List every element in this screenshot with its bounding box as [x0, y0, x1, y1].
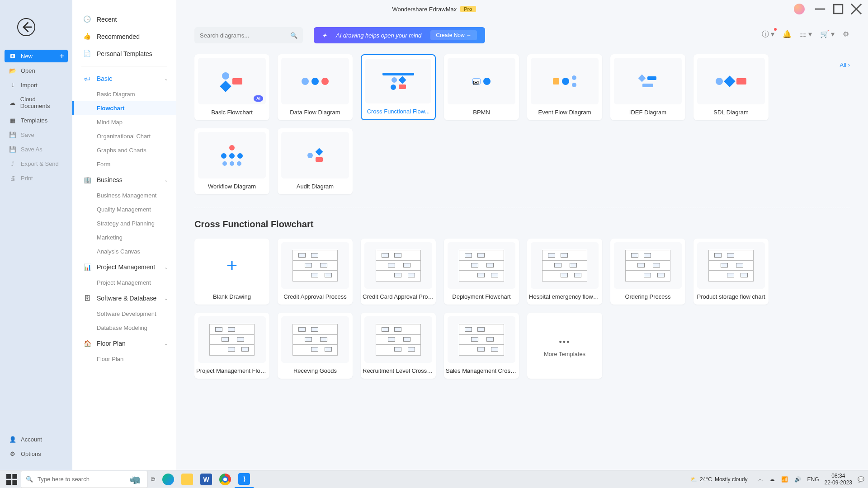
sidebar-item-cloud[interactable]: ☁ Cloud Documents: [0, 92, 72, 113]
sidebar-item-saveas[interactable]: 💾 Save As: [0, 142, 72, 156]
template-card[interactable]: Hospital emergency flow c...: [527, 239, 602, 305]
tray-wifi-icon[interactable]: 📶: [780, 475, 789, 483]
task-view-button[interactable]: ⧉: [147, 471, 159, 488]
search-icon[interactable]: 🔍: [290, 32, 297, 39]
taskbar-search[interactable]: 🔍 🦏: [21, 471, 147, 488]
sub-form[interactable]: Form: [72, 157, 176, 171]
template-card[interactable]: Receving Goods: [278, 313, 353, 379]
nav-personal[interactable]: 📄Personal Templates: [72, 45, 176, 62]
sub-strategy[interactable]: Strategy and Planning: [72, 216, 176, 230]
card-label: Recruitment Level Cross F...: [361, 363, 436, 379]
settings-icon[interactable]: ⚙: [842, 29, 850, 40]
sidebar-item-options[interactable]: ⚙ Options: [0, 446, 72, 461]
sub-db[interactable]: Database Modeling: [72, 321, 176, 335]
nav-recommended[interactable]: 👍Recommended: [72, 28, 176, 45]
create-now-button[interactable]: Create Now →: [430, 30, 477, 40]
chevron-down-icon: ⌄: [164, 177, 168, 183]
cat-pm[interactable]: 📊Project Management⌄: [72, 258, 176, 276]
taskbar-app-edrawmax[interactable]: ⟩: [235, 471, 254, 488]
tray-volume-icon[interactable]: 🔊: [793, 475, 802, 483]
sub-analysis[interactable]: Analysis Canvas: [72, 244, 176, 258]
maximize-button[interactable]: [830, 3, 846, 15]
sub-pm[interactable]: Project Management: [72, 276, 176, 290]
diagram-type-card[interactable]: Data Flow Diagram: [278, 54, 353, 120]
template-card[interactable]: Ordering Process: [610, 239, 685, 305]
cart-icon[interactable]: 🛒 ▾: [819, 29, 835, 40]
chevron-down-icon: ⌄: [164, 264, 168, 270]
diagram-type-card[interactable]: ✉BPMN: [444, 54, 519, 120]
cat-business[interactable]: 🏢Business⌄: [72, 171, 176, 188]
diagram-type-card[interactable]: Audit Diagram: [278, 128, 353, 194]
sub-floor[interactable]: Floor Plan: [72, 352, 176, 366]
sub-quality[interactable]: Quality Management: [72, 202, 176, 216]
sub-marketing[interactable]: Marketing: [72, 230, 176, 244]
sub-graphs[interactable]: Graphs and Charts: [72, 143, 176, 157]
taskbar-app-explorer[interactable]: [178, 471, 197, 488]
folder-icon: [181, 474, 193, 485]
tray-chevron-icon[interactable]: ︿: [757, 474, 764, 484]
template-card[interactable]: Project Management Flow...: [194, 313, 269, 379]
diagram-type-card[interactable]: Workflow Diagram: [194, 128, 269, 194]
diagram-type-card[interactable]: IDEF Diagram: [610, 54, 685, 120]
start-button[interactable]: [3, 471, 21, 488]
card-thumbnail: +: [198, 242, 266, 289]
template-card[interactable]: Sales Management Crossf...: [444, 313, 519, 379]
cat-floor[interactable]: 🏠Floor Plan⌄: [72, 335, 176, 352]
card-thumbnail: [697, 242, 765, 289]
diagram-type-card[interactable]: AIBasic Flowchart: [194, 54, 269, 120]
diagram-type-card[interactable]: Event Flow Diagram: [527, 54, 602, 120]
sub-orgchart[interactable]: Organizational Chart: [72, 129, 176, 143]
cat-basic[interactable]: 🏷Basic⌄: [72, 70, 176, 87]
sub-business-mgmt[interactable]: Business Management: [72, 188, 176, 202]
all-link[interactable]: All ›: [840, 61, 850, 68]
bell-icon[interactable]: 🔔: [782, 29, 793, 40]
svg-rect-9: [12, 480, 17, 485]
sub-basic-diagram[interactable]: Basic Diagram: [72, 87, 176, 101]
tray-onedrive-icon[interactable]: ☁: [769, 475, 776, 483]
template-card[interactable]: Credit Card Approval Proc...: [361, 239, 436, 305]
card-label: Ordering Process: [610, 289, 685, 305]
diagram-type-card[interactable]: SDL Diagram: [693, 54, 769, 120]
template-card[interactable]: Product storage flow chart: [693, 239, 769, 305]
tray-clock[interactable]: 08:34 22-09-2023: [825, 473, 852, 486]
cat-sw[interactable]: 🗄Software & Database⌄: [72, 290, 176, 307]
weather-widget[interactable]: ⛅ 24°C Mostly cloudy: [690, 476, 748, 483]
taskbar-app-word[interactable]: W: [197, 471, 216, 488]
template-card[interactable]: Credit Approval Process: [278, 239, 353, 305]
back-button[interactable]: [17, 18, 35, 36]
more-templates-card[interactable]: •••More Templates: [527, 313, 602, 379]
tray-language-icon[interactable]: ENG: [807, 475, 820, 483]
sidebar-item-print[interactable]: 🖨 Print: [0, 171, 72, 185]
nav-recent[interactable]: 🕒Recent: [72, 11, 176, 28]
tray-notifications-icon[interactable]: 💬: [857, 475, 865, 483]
close-button[interactable]: [848, 3, 864, 15]
ai-banner[interactable]: ✦ AI drawing helps open your mind Create…: [314, 27, 485, 43]
sidebar-item-open[interactable]: 📂 Open: [0, 63, 72, 78]
sidebar-item-export[interactable]: ⤴ Export & Send: [0, 156, 72, 171]
taskbar-app-chrome[interactable]: [216, 471, 235, 488]
sidebar-item-new[interactable]: New +: [5, 50, 68, 62]
add-icon[interactable]: +: [59, 52, 64, 61]
apps-icon[interactable]: ⚏ ▾: [799, 29, 812, 40]
taskbar-search-input[interactable]: [38, 476, 125, 483]
search-input[interactable]: [200, 32, 287, 39]
sub-flowchart[interactable]: Flowchart: [72, 101, 176, 115]
sidebar-item-templates[interactable]: ▦ Templates: [0, 113, 72, 127]
sub-mindmap[interactable]: Mind Map: [72, 115, 176, 129]
sidebar-label-account: Account: [21, 436, 42, 443]
blank-drawing-card[interactable]: +Blank Drawing: [194, 239, 269, 305]
diagram-type-card[interactable]: Cross Functional Flow...: [361, 54, 436, 120]
search-icon: 🔍: [26, 476, 33, 483]
help-icon[interactable]: ⓘ ▾: [761, 29, 775, 40]
search-input-wrapper[interactable]: 🔍: [194, 27, 303, 43]
sidebar-item-import[interactable]: ⤓ Import: [0, 78, 72, 92]
avatar[interactable]: [794, 4, 805, 14]
card-thumbnail: [531, 242, 599, 289]
taskbar-app-edge[interactable]: [159, 471, 178, 488]
sidebar-item-save[interactable]: 💾 Save: [0, 127, 72, 142]
minimize-button[interactable]: [812, 3, 828, 15]
template-card[interactable]: Recruitment Level Cross F...: [361, 313, 436, 379]
sub-swdev[interactable]: Software Development: [72, 307, 176, 321]
template-card[interactable]: Deployment Flowchart: [444, 239, 519, 305]
sidebar-item-account[interactable]: 👤 Account: [0, 432, 72, 446]
